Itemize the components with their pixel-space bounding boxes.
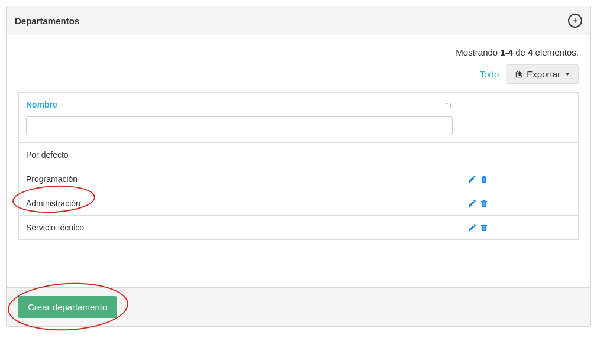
create-department-button[interactable]: Crear departamento — [18, 296, 117, 318]
cell-actions — [460, 191, 579, 216]
summary-prefix: Mostrando — [456, 47, 500, 57]
delete-button[interactable] — [479, 199, 489, 208]
summary-range: 1-4 — [500, 47, 513, 57]
cell-name: Por defecto — [19, 143, 460, 167]
controls-row: Todo Exportar — [18, 64, 579, 84]
add-department-button[interactable] — [568, 14, 582, 28]
summary-text: Mostrando 1-4 de 4 elementos. — [18, 47, 579, 57]
table-row: Administración — [19, 191, 579, 216]
cell-actions — [460, 216, 579, 240]
panel-body: Mostrando 1-4 de 4 elementos. Todo Expor… — [7, 35, 590, 287]
column-header-name-label: Nombre — [26, 100, 57, 109]
table-header-row: Nombre ↑↓ — [19, 93, 579, 143]
edit-button[interactable] — [467, 223, 477, 232]
panel-title: Departamentos — [15, 16, 79, 26]
summary-mid: de — [513, 47, 528, 57]
delete-button[interactable] — [479, 174, 489, 184]
chevron-down-icon — [565, 73, 570, 76]
summary-suffix: elementos. — [533, 47, 579, 57]
cell-actions — [460, 143, 579, 167]
pencil-icon — [467, 223, 477, 232]
edit-button[interactable] — [467, 174, 477, 184]
cell-name: Servicio técnico — [19, 216, 460, 240]
export-button[interactable]: Exportar — [506, 64, 579, 84]
edit-button[interactable] — [467, 199, 477, 208]
sort-icon: ↑↓ — [445, 100, 453, 109]
export-label: Exportar — [527, 69, 560, 79]
table-row: Servicio técnico — [19, 216, 579, 240]
panel-header: Departamentos — [7, 6, 590, 35]
column-header-actions — [460, 93, 579, 143]
name-filter-input[interactable] — [26, 116, 453, 135]
table-row: Programación — [19, 167, 579, 191]
column-header-name[interactable]: Nombre ↑↓ — [19, 93, 460, 143]
export-icon — [515, 70, 523, 79]
departments-panel: Departamentos Mostrando 1-4 de 4 element… — [6, 6, 591, 327]
cell-name: Administración — [19, 191, 460, 216]
cell-name: Programación — [19, 167, 460, 191]
plus-icon — [571, 17, 579, 25]
show-all-link[interactable]: Todo — [480, 69, 499, 79]
trash-icon — [479, 199, 489, 208]
pencil-icon — [467, 174, 477, 184]
table-row: Por defecto — [19, 143, 579, 167]
trash-icon — [479, 223, 489, 232]
panel-footer: Crear departamento — [7, 287, 590, 326]
departments-table: Nombre ↑↓ Por defecto Programación — [18, 92, 579, 240]
trash-icon — [479, 174, 489, 184]
cell-actions — [460, 167, 579, 191]
delete-button[interactable] — [479, 223, 489, 232]
pencil-icon — [467, 199, 477, 208]
